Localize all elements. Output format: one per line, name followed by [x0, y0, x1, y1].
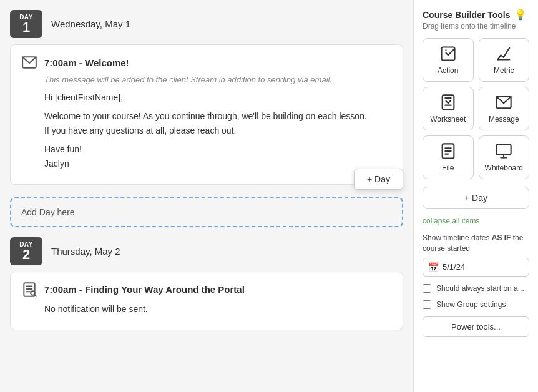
message-label: Message: [489, 115, 519, 124]
whiteboard-icon: [495, 142, 512, 160]
bulb-icon: 💡: [514, 9, 527, 21]
welcome-card-body: Hi [clientFirstName], Welcome to your co…: [44, 91, 393, 170]
always-start-checkbox[interactable]: [423, 284, 431, 293]
timeline-dates-section: Show timeline dates AS IF the course sta…: [423, 233, 529, 277]
day1-header: DAY 1 Wednesday, May 1: [10, 10, 403, 38]
svg-rect-18: [497, 145, 511, 155]
timeline-label: Show timeline dates AS IF the course sta…: [423, 233, 529, 254]
finding-card: 7:00am - Finding Your Way Around the Por…: [10, 272, 403, 330]
worksheet-label: Worksheet: [430, 115, 466, 124]
file-icon: [21, 281, 38, 298]
metric-label: Metric: [494, 66, 514, 75]
body-welcome: Welcome to your course! As you continue …: [44, 109, 393, 137]
add-day-tool-button[interactable]: + Day: [423, 187, 529, 209]
add-day-dropzone: Add Day here: [10, 197, 403, 227]
day1-date: Wednesday, May 1: [51, 19, 130, 29]
action-tool[interactable]: Action: [423, 38, 474, 82]
file-tool-icon: [439, 142, 457, 160]
welcome-card-title: 7:00am - Welcome!: [44, 57, 129, 68]
panel-title: Course Builder Tools: [423, 10, 511, 20]
checkbox-row-1: Should always start on a...: [423, 284, 529, 293]
day1-badge: DAY 1: [10, 10, 42, 38]
welcome-card-header: 7:00am - Welcome!: [21, 54, 393, 71]
power-tools-button[interactable]: Power tools...: [423, 316, 529, 337]
day2-badge: DAY 2: [10, 237, 42, 265]
metric-tool[interactable]: Metric: [479, 38, 530, 82]
checkbox-row-2: Show Group settings: [423, 300, 529, 309]
action-label: Action: [438, 66, 458, 75]
group-settings-checkbox[interactable]: [423, 300, 431, 309]
svg-rect-1: [24, 283, 34, 296]
welcome-card: 7:00am - Welcome! This message will be a…: [10, 44, 403, 185]
panel-subtitle: Drag items onto the timeline: [423, 22, 529, 31]
date-input-row[interactable]: 📅: [423, 258, 529, 277]
add-day-text: Add Day here: [21, 207, 75, 217]
tool-grid: Action Metric Worksheet: [423, 38, 529, 179]
date-input[interactable]: [443, 262, 480, 272]
body-greeting: Hi [clientFirstName],: [44, 91, 393, 104]
message-icon: [495, 94, 512, 111]
whiteboard-label: Whiteboard: [485, 164, 523, 172]
body-closing: Have fun!Jaclyn: [44, 142, 393, 170]
action-icon: [439, 45, 457, 62]
whiteboard-tool[interactable]: Whiteboard: [479, 135, 530, 179]
file-tool[interactable]: File: [423, 135, 474, 179]
collapse-all-link[interactable]: collapse all items: [423, 217, 529, 225]
file-label: File: [442, 164, 454, 172]
day2-date: Thursday, May 2: [51, 246, 120, 257]
finding-card-header: 7:00am - Finding Your Way Around the Por…: [21, 281, 393, 298]
group-settings-label: Show Group settings: [436, 300, 506, 309]
finding-card-body: No notification will be sent.: [44, 302, 393, 316]
finding-card-title: 7:00am - Finding Your Way Around the Por…: [44, 284, 245, 295]
metric-icon: [495, 45, 512, 62]
svg-rect-7: [441, 47, 454, 61]
right-panel: Course Builder Tools 💡 Drag items onto t…: [413, 0, 538, 392]
add-day-section: + Day Add Day here: [10, 191, 403, 227]
worksheet-tool[interactable]: Worksheet: [423, 87, 474, 130]
day1-number: 1: [16, 21, 36, 34]
calendar-icon: 📅: [428, 262, 439, 272]
day2-header: DAY 2 Thursday, May 2: [10, 237, 403, 265]
welcome-card-subtitle: This message will be added to the client…: [44, 75, 393, 84]
as-if-text: AS IF: [492, 233, 511, 242]
finding-body-text: No notification will be sent.: [44, 302, 393, 316]
panel-title-row: Course Builder Tools 💡: [423, 9, 529, 21]
day2-number: 2: [16, 248, 36, 262]
floating-day-button[interactable]: + Day: [354, 169, 403, 190]
always-start-label: Should always start on a...: [436, 284, 524, 293]
panel-title-section: Course Builder Tools 💡 Drag items onto t…: [423, 9, 529, 31]
email-icon: [21, 54, 38, 71]
main-panel: DAY 1 Wednesday, May 1 7:00am - Welcome!…: [0, 0, 413, 392]
message-tool[interactable]: Message: [479, 87, 530, 130]
worksheet-icon: [439, 94, 457, 111]
